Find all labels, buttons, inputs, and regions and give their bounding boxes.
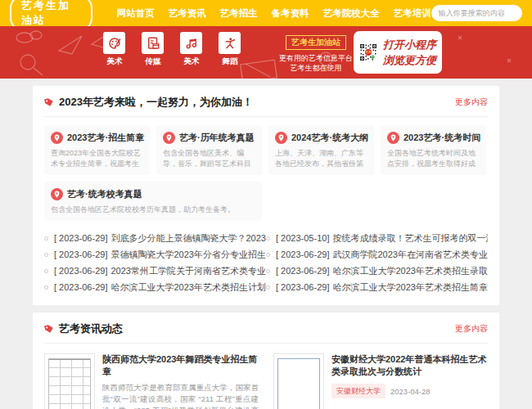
news-link[interactable]: [ 2023-05-10] 按统考成绩录取！艺术生可报考的双一流院校与专业有哪: [266, 230, 488, 246]
tag-icon: [43, 97, 56, 109]
category-shortcuts: 美术 传媒: [103, 32, 241, 67]
search-bar: [431, 5, 522, 21]
category-music[interactable]: 美术: [180, 32, 203, 67]
media-document-icon: [146, 36, 160, 51]
pin-icon: [387, 132, 399, 144]
news-link[interactable]: [ 2023-06-29] 哈尔滨工业大学2023年艺术类招生录取办法: [266, 263, 488, 279]
nav-item-materials[interactable]: 备考资料: [272, 7, 309, 20]
article-item[interactable]: 安徽财经大学2022年普通本科招生艺术类录取批次与分数统计 安徽财经大学 202…: [273, 353, 488, 409]
main-nav: 网站首页 艺考资讯 艺考招生 备考资料 艺考院校大全 艺考培训: [117, 7, 431, 20]
article-date: 2023-04-28: [390, 387, 431, 396]
qr-code: 艺考: [359, 34, 377, 70]
bullet-icon: [44, 285, 48, 290]
nav-item-colleges[interactable]: 艺考院校大全: [323, 7, 380, 20]
qr-caption-2: 浏览更方便: [383, 52, 436, 68]
section2-title: 艺考资讯动态: [59, 321, 123, 336]
category-dance[interactable]: 舞蹈: [219, 32, 241, 67]
bullet-icon: [266, 253, 270, 257]
card-exam-schedule[interactable]: 2023艺考·统考时间 全国各地艺考统考时间及地点安排，祝愿考生取得好成绩。: [381, 125, 486, 175]
nav-item-training[interactable]: 艺考培训: [394, 7, 431, 20]
banner-doodles: [0, 26, 532, 79]
card-exam-outline[interactable]: 2024艺考·统考大纲 上海、天津、湖南、广东等各地已经发布，其他省份第一时间更…: [268, 125, 374, 175]
article-title[interactable]: 安徽财经大学2022年普通本科招生艺术类录取批次与分数统计: [331, 353, 488, 378]
slogan-line-1: 更有用的艺考信息平台: [277, 53, 355, 63]
pin-icon: [275, 132, 287, 144]
nav-item-home[interactable]: 网站首页: [117, 7, 155, 20]
news-link[interactable]: [ 2023-06-29] 景德镇陶瓷大学2023年分省分专业招生计划数: [44, 246, 266, 263]
article-thumbnail: [44, 353, 95, 409]
news-link[interactable]: [ 2023-06-29] 武汉商学院2023年在河南省艺术类专业录取规则: [266, 246, 488, 263]
feature-cards: 2023艺考·招生简章 查询2023年全国各大院校艺术专业招生简章，祝愿考生取得…: [44, 125, 488, 221]
palette-icon: [107, 36, 122, 51]
bullet-icon: [44, 236, 48, 240]
news-link-list: [ 2023-06-29] 到底多少分能上景德镇陶瓷大学？2023年版 [ 20…: [44, 230, 488, 295]
article-thumbnail: [273, 353, 324, 409]
banner-badge: 艺考生加油站: [286, 35, 346, 50]
top-navigation-bar: 艺考生加油站 网站首页 艺考资讯 艺考招生 备考资料 艺考院校大全 艺考培训: [0, 0, 532, 26]
section1-more-link[interactable]: 更多内容: [455, 97, 488, 108]
category-art[interactable]: 美术: [103, 32, 126, 67]
article-excerpt: 陕西师范大学是教育部直属重点大学，国家首批“双一流”建设高校，国家 “211 工…: [102, 382, 259, 409]
card-past-exams[interactable]: 艺考·历年统考真题 包含全国各地区美术、编导，音乐，舞蹈等艺术科目的统考真题。: [156, 125, 262, 175]
bullet-icon: [44, 253, 48, 257]
news-feed-section: 艺考资讯动态 更多内容 陕西师范大学2023年舞蹈类专业招生简章 陕西师范大学是…: [33, 312, 499, 409]
qr-caption-1: 打开小程序: [383, 37, 436, 52]
wechat-dot-icon: [371, 55, 375, 59]
qr-center-label: 艺考: [366, 51, 372, 54]
card-school-exams[interactable]: 艺考·统考校考真题 包含全国各地区艺术院校校考历年真题，助力考生备考。: [44, 182, 262, 221]
pin-icon: [51, 132, 63, 144]
dancer-icon: [223, 36, 237, 51]
news-link[interactable]: [ 2023-06-29] 哈尔滨工业大学2023年艺术类招生简章: [266, 279, 488, 295]
news-link[interactable]: [ 2023-06-29] 到底多少分能上景德镇陶瓷大学？2023年版: [44, 230, 266, 246]
bullet-icon: [266, 236, 270, 240]
news-link[interactable]: [ 2023-06-29] 哈尔滨工业大学2023年艺术类招生计划: [44, 279, 266, 295]
article-tag[interactable]: 安徽财经大学: [331, 384, 385, 398]
nav-item-news[interactable]: 艺考资讯: [169, 7, 206, 20]
bullet-icon: [266, 285, 270, 290]
bullet-icon: [266, 269, 270, 273]
article-grid: 陕西师范大学2023年舞蹈类专业招生简章 陕西师范大学是教育部直属重点大学，国家…: [44, 353, 488, 409]
article-title[interactable]: 陕西师范大学2023年舞蹈类专业招生简章: [102, 353, 259, 378]
pin-icon: [163, 132, 175, 144]
card-admission-guide[interactable]: 2023艺考·招生简章 查询2023年全国各大院校艺术专业招生简章，祝愿考生取得…: [44, 125, 150, 175]
news-link[interactable]: [ 2023-06-29] 2023常州工学院关于河南省艺术类专业投档规则的说明: [44, 263, 266, 279]
music-notes-icon: [184, 36, 199, 51]
promo-banner: 美术 传媒: [0, 26, 532, 79]
exam-info-section: 2023年艺考来啦，一起努力，为你加油！ 更多内容 2023艺考·招生简章 查询…: [33, 86, 499, 305]
nav-item-admissions[interactable]: 艺考招生: [220, 7, 258, 20]
article-item[interactable]: 陕西师范大学2023年舞蹈类专业招生简章 陕西师范大学是教育部直属重点大学，国家…: [44, 353, 259, 409]
bullet-icon: [44, 269, 48, 273]
pin-icon: [51, 188, 63, 200]
category-media[interactable]: 传媒: [142, 32, 165, 67]
tag-icon: [43, 323, 56, 335]
banner-slogan: 艺考生加油站 更有用的艺考信息平台 艺考生都在使用: [277, 34, 355, 73]
search-input[interactable]: [431, 5, 522, 21]
section2-more-link[interactable]: 更多内容: [455, 323, 488, 335]
slogan-line-2: 艺考生都在使用: [277, 63, 355, 73]
section1-title: 2023年艺考来啦，一起努力，为你加油！: [59, 95, 253, 110]
mini-program-qr-panel[interactable]: 艺考 打开小程序 浏览更方便: [354, 31, 442, 74]
